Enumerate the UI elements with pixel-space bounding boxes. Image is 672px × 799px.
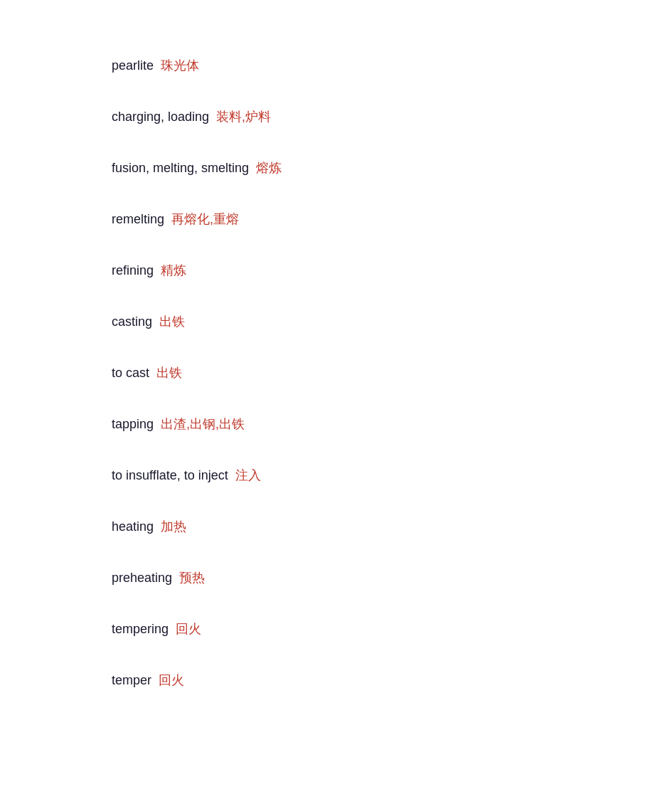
chinese-translation: 加热 (161, 518, 186, 535)
chinese-translation: 再熔化,重熔 (171, 211, 239, 228)
list-item: charging, loading装料,炉料 (112, 108, 672, 125)
english-term: charging, loading (112, 110, 209, 125)
chinese-translation: 出铁 (156, 364, 182, 381)
list-item: to cast出铁 (112, 364, 672, 381)
chinese-translation: 出铁 (159, 313, 185, 330)
list-item: refining精炼 (112, 262, 672, 279)
chinese-translation: 精炼 (161, 262, 186, 279)
entries-list: pearlite珠光体charging, loading装料,炉料fusion,… (112, 57, 672, 689)
chinese-translation: 注入 (235, 467, 261, 484)
chinese-translation: 珠光体 (161, 57, 199, 74)
english-term: remelting (112, 212, 164, 227)
english-term: heating (112, 519, 154, 534)
list-item: fusion, melting, smelting熔炼 (112, 159, 672, 176)
english-term: pearlite (112, 58, 154, 73)
list-item: temper回火 (112, 672, 672, 689)
list-item: to insufflate, to inject注入 (112, 467, 672, 484)
english-term: to insufflate, to inject (112, 468, 228, 483)
english-term: fusion, melting, smelting (112, 161, 249, 176)
chinese-translation: 预热 (179, 569, 205, 586)
english-term: temper (112, 673, 151, 688)
chinese-translation: 装料,炉料 (216, 108, 271, 125)
list-item: tapping出渣,出钢,出铁 (112, 416, 672, 433)
list-item: remelting再熔化,重熔 (112, 211, 672, 228)
english-term: casting (112, 314, 152, 329)
english-term: refining (112, 263, 154, 278)
chinese-translation: 熔炼 (256, 159, 282, 176)
list-item: pearlite珠光体 (112, 57, 672, 74)
list-item: heating加热 (112, 518, 672, 535)
chinese-translation: 回火 (159, 672, 184, 689)
english-term: to cast (112, 366, 149, 381)
list-item: preheating预热 (112, 569, 672, 586)
list-item: tempering回火 (112, 620, 672, 637)
chinese-translation: 出渣,出钢,出铁 (161, 416, 245, 433)
english-term: tapping (112, 417, 154, 432)
list-item: casting出铁 (112, 313, 672, 330)
english-term: preheating (112, 571, 172, 586)
chinese-translation: 回火 (176, 620, 201, 637)
english-term: tempering (112, 622, 169, 637)
